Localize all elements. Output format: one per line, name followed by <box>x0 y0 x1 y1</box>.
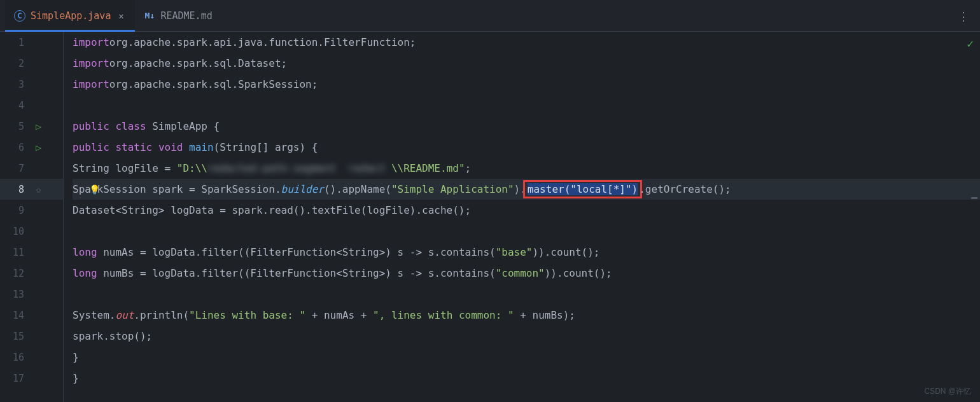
tab-readme[interactable]: M↓ README.md <box>135 0 221 31</box>
code-line[interactable]: 💡 SparkSession spark = SparkSession.buil… <box>73 179 980 200</box>
line-number[interactable]: 15 <box>8 331 24 342</box>
tab-label: README.md <box>160 10 212 22</box>
line-number[interactable]: 8 <box>8 184 24 195</box>
bookmark-gutter-icon[interactable]: ✩ <box>36 184 41 195</box>
editor: ✓ 1 2 3 4 5▷ 6▷ 7 8✩ 9 10 11 12 13 14 15… <box>0 32 980 402</box>
code-line[interactable]: public class SimpleApp { <box>73 116 980 137</box>
line-number[interactable]: 10 <box>8 226 24 237</box>
run-gutter-icon[interactable]: ▷ <box>36 142 41 153</box>
redacted-text: redact <box>349 162 391 174</box>
java-class-icon: C <box>14 10 25 22</box>
code-line[interactable]: spark.stop(); <box>73 326 980 347</box>
watermark: CSDN @许忆 <box>924 386 971 397</box>
code-line[interactable] <box>73 284 980 305</box>
code-line[interactable]: import org.apache.spark.sql.Dataset; <box>73 53 980 74</box>
intention-bulb-icon[interactable]: 💡 <box>89 184 100 195</box>
tab-simpleapp[interactable]: C SimpleApp.java ✕ <box>5 0 135 31</box>
tab-bar: C SimpleApp.java ✕ M↓ README.md ⋮ <box>0 0 980 32</box>
code-line[interactable]: } <box>73 347 980 368</box>
run-gutter-icon[interactable]: ▷ <box>36 121 41 132</box>
line-number[interactable]: 11 <box>8 247 24 258</box>
line-number[interactable]: 12 <box>8 268 24 279</box>
line-number[interactable]: 3 <box>8 79 24 90</box>
code-line[interactable] <box>73 95 980 116</box>
line-number[interactable]: 4 <box>8 100 24 111</box>
line-number[interactable]: 5 <box>8 121 24 132</box>
line-number[interactable]: 9 <box>8 205 24 216</box>
line-number[interactable]: 17 <box>8 373 24 384</box>
code-line[interactable] <box>73 221 980 242</box>
code-line[interactable]: import org.apache.spark.sql.SparkSession… <box>73 74 980 95</box>
code-line[interactable]: long numAs = logData.filter((FilterFunct… <box>73 242 980 263</box>
code-line[interactable]: System.out.println("Lines with base: " +… <box>73 305 980 326</box>
line-number[interactable]: 6 <box>8 142 24 153</box>
line-number[interactable]: 14 <box>8 310 24 321</box>
line-number[interactable]: 1 <box>8 37 24 48</box>
code-line[interactable]: Dataset<String> logData = spark.read().t… <box>73 200 980 221</box>
tab-label: SimpleApp.java <box>31 10 111 22</box>
selected-text: master("local[*]") <box>528 183 638 195</box>
code-line[interactable]: public static void main(String[] args) { <box>73 137 980 158</box>
line-number[interactable]: 7 <box>8 163 24 174</box>
code-area[interactable]: import org.apache.spark.api.java.functio… <box>64 32 980 402</box>
code-line[interactable]: String logFile = "D:\\redacted-path-segm… <box>73 158 980 179</box>
highlight-box: master("local[*]") <box>526 183 639 195</box>
redacted-text: redacted-path-segment <box>207 162 349 174</box>
line-number[interactable]: 13 <box>8 289 24 300</box>
gutter: 1 2 3 4 5▷ 6▷ 7 8✩ 9 10 11 12 13 14 15 1… <box>0 32 64 402</box>
line-number[interactable]: 16 <box>8 352 24 363</box>
code-line[interactable]: long numBs = logData.filter((FilterFunct… <box>73 263 980 284</box>
line-number[interactable]: 2 <box>8 58 24 69</box>
tab-overflow-menu-icon[interactable]: ⋮ <box>958 9 970 22</box>
markdown-file-icon: M↓ <box>144 10 155 22</box>
close-icon[interactable]: ✕ <box>116 11 126 21</box>
code-line[interactable]: import org.apache.spark.api.java.functio… <box>73 32 980 53</box>
code-line[interactable]: } <box>73 368 980 389</box>
